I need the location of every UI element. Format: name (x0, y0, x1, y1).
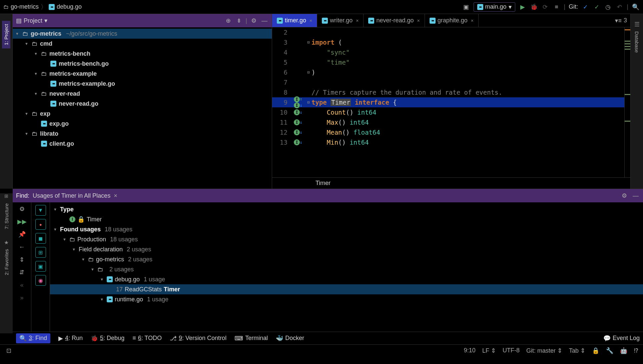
bottom-tool-button[interactable]: ≡6: TODO (132, 335, 162, 342)
code-text[interactable]: "sync" (311, 49, 624, 56)
collapse-icon[interactable]: ⇵ (18, 268, 26, 276)
rerun-button[interactable]: ▶▶ (18, 218, 26, 226)
close-icon[interactable]: × (471, 18, 474, 23)
tree-arrow-icon[interactable]: ▼ (34, 92, 39, 96)
locate-button[interactable]: ⊕ (224, 17, 232, 25)
editor-tab[interactable]: never-read.go× (364, 14, 425, 27)
tree-arrow-icon[interactable]: ▼ (100, 297, 105, 301)
tree-arrow-icon[interactable]: ▼ (34, 72, 39, 76)
run-config-selector[interactable]: main.go ▾ (474, 2, 515, 12)
code-line[interactable]: 7 (272, 77, 624, 87)
search-everywhere-button[interactable]: 🔍 (632, 3, 640, 11)
code-line[interactable]: 12I↓ Mean() float64 (272, 127, 624, 137)
close-icon[interactable]: × (309, 18, 312, 23)
tree-arrow-icon[interactable]: ▼ (25, 42, 29, 46)
bottom-tool-button[interactable]: 🐞5: Debug (91, 335, 124, 342)
fold-icon[interactable]: ⊟ (305, 100, 311, 105)
gutter-annotation[interactable]: I↓ (291, 109, 305, 115)
bottom-tool-button[interactable]: ⌨Terminal (234, 335, 268, 342)
find-result-row[interactable]: ▼Found usages18 usages (50, 224, 643, 234)
code-text[interactable]: Max() int64 (311, 119, 624, 126)
breadcrumb-root[interactable]: go-metrics (11, 3, 39, 10)
git-branch[interactable]: Git: master ⇕ (526, 347, 562, 354)
find-result-row[interactable]: ▼🗀2 usages (50, 264, 643, 274)
find-result-row[interactable]: ▼🗀go-metrics2 usages (50, 254, 643, 264)
code-text[interactable]: type Timer interface { (311, 99, 624, 106)
code-text[interactable]: "time" (311, 59, 624, 66)
code-text[interactable]: Count() int64 (311, 109, 624, 116)
debug-button[interactable]: 🐞 (530, 3, 538, 11)
find-results-tree[interactable]: ▼TypeI🔒Timer▼Found usages18 usages▼🗀Prod… (50, 202, 643, 332)
breadcrumb-file[interactable]: debug.go (57, 3, 82, 10)
gutter-annotation[interactable]: I↓ (291, 139, 305, 145)
tree-arrow-icon[interactable]: ▼ (72, 247, 77, 251)
tree-row[interactable]: never-read.go (13, 99, 272, 109)
find-result-row[interactable]: ▼runtime.go1 usage (50, 294, 643, 304)
find-result-row[interactable]: 17ReadGCStats Timer (50, 284, 643, 294)
vcs-update-button[interactable]: ✓ (581, 3, 589, 11)
code-line[interactable]: 4 "sync" (272, 47, 624, 57)
tool-tab-favorites[interactable]: 2: Favorites (2, 246, 11, 278)
tree-arrow-icon[interactable]: ▼ (91, 267, 95, 271)
settings-icon[interactable]: ⚙ (620, 192, 628, 200)
bottom-tool-button[interactable]: ▶4: Run (58, 335, 83, 342)
group-module-icon[interactable]: ⊞ (35, 247, 46, 258)
code-line[interactable]: 13I↓ Min() int64 (272, 137, 624, 147)
hide-button[interactable]: — (260, 17, 268, 25)
editor-tab[interactable]: timer.go× (272, 14, 317, 27)
editor-minimap[interactable] (624, 27, 630, 177)
vcs-revert-button[interactable]: ↶ (615, 3, 623, 11)
find-result-row[interactable]: ▼Field declaration2 usages (50, 244, 643, 254)
code-line[interactable]: 9I↑ I↓ ⊟type Timer interface { (272, 97, 624, 107)
close-icon[interactable]: × (356, 18, 359, 23)
tree-arrow-icon[interactable]: ▼ (25, 112, 29, 116)
code-text[interactable]: Mean() float64 (311, 129, 624, 136)
tree-row[interactable]: ▼🗀metrics-bench (13, 49, 272, 59)
find-result-row[interactable]: ▼Type (50, 204, 643, 214)
event-log-button[interactable]: 💬 Event Log (603, 335, 640, 342)
tree-arrow-icon[interactable]: ▼ (81, 257, 86, 261)
editor-tab[interactable]: graphite.go× (425, 14, 479, 27)
gutter-annotation[interactable]: I↓ (291, 129, 305, 135)
file-encoding[interactable]: UTF-8 (503, 347, 520, 354)
code-text[interactable]: // Timers capture the duration and rate … (311, 89, 624, 96)
group-write-icon[interactable]: ◼ (35, 233, 46, 244)
code-line[interactable]: 5 "time" (272, 57, 624, 67)
tree-row[interactable]: ▼🗀cmd (13, 39, 272, 49)
tree-arrow-icon[interactable]: ▼ (63, 237, 67, 241)
tree-row[interactable]: client.go (13, 139, 272, 149)
gear-icon[interactable]: ⚙ (18, 205, 26, 213)
find-result-row[interactable]: ▼debug.go1 usage (50, 274, 643, 284)
coverage-button[interactable]: ⟳ (541, 3, 549, 11)
expand-icon[interactable]: ⇕ (18, 256, 26, 264)
bottom-tool-button[interactable]: 🐳Docker (276, 335, 304, 342)
hector-icon[interactable]: ⁉ (634, 347, 638, 354)
filter-icon[interactable]: ▼ (35, 205, 46, 216)
tree-row[interactable]: exp.go (13, 119, 272, 129)
next-icon[interactable]: » (18, 294, 26, 302)
tool-tab-project[interactable]: 1: Project (2, 21, 10, 48)
tree-row[interactable]: ▼🗀metrics-example (13, 69, 272, 79)
hide-button[interactable]: — (632, 192, 640, 200)
line-separator[interactable]: LF ⇕ (482, 347, 496, 354)
bottom-tool-button[interactable]: 🔍3: Find (16, 333, 50, 343)
fold-icon[interactable]: ⊟ (305, 40, 311, 45)
tree-row[interactable]: ▼🗀never-read (13, 89, 272, 99)
close-icon[interactable]: × (417, 18, 420, 23)
settings-icon[interactable]: ⚙ (250, 17, 258, 25)
pin-icon[interactable]: 📌 (18, 230, 26, 238)
build-icon[interactable]: ▣ (462, 3, 470, 11)
mascot-icon[interactable]: 🤖 (620, 347, 627, 354)
collapse-button[interactable]: ⇟ (235, 17, 243, 25)
tree-arrow-icon[interactable]: ▼ (15, 32, 20, 36)
back-icon[interactable]: ← (18, 243, 26, 251)
code-text[interactable]: Min() int64 (311, 139, 624, 146)
tree-arrow-icon[interactable]: ▼ (53, 207, 58, 211)
lock-icon[interactable]: 🔒 (592, 347, 599, 354)
find-result-row[interactable]: ▼🗀Production18 usages (50, 234, 643, 244)
group-read-icon[interactable]: ⬥ (35, 219, 46, 230)
tree-row[interactable]: ▼🗀exp (13, 109, 272, 119)
tree-row[interactable]: metrics-example.go (13, 79, 272, 89)
vcs-commit-button[interactable]: ✓ (593, 3, 601, 11)
code-line[interactable]: 10I↓ Count() int64 (272, 107, 624, 117)
